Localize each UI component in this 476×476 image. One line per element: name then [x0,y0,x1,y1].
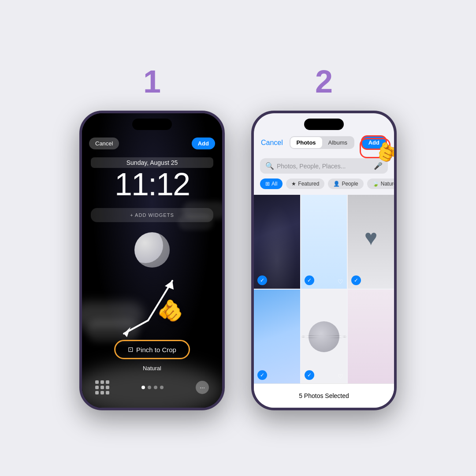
selected-badge-5: ✓ [305,370,314,380]
photo-cell-2[interactable]: ✓ ♡ [301,195,347,289]
dynamic-island-1 [132,119,172,130]
photo-cell-3[interactable]: ♥ ✓ [348,195,394,289]
dynamic-island-2 [304,119,344,130]
cancel-button-1[interactable]: Cancel [89,138,119,149]
search-placeholder: Photos, People, Places... [277,163,346,170]
phone-1: Cancel Add Sunday, August 25 11:12 + ADD… [79,111,225,410]
cancel-button-2[interactable]: Cancel [261,139,283,147]
star-icon: ★ [291,181,296,187]
favorite-badge-5: ♡ [338,373,343,380]
selected-badge-3: ✓ [351,275,361,285]
natural-label: Natural [82,365,222,372]
hand-gesture-icon: 🫵 [157,298,183,323]
grid-icon-small: ⊞ [265,181,270,187]
selected-badge-2: ✓ [305,275,314,285]
selected-badge-1: ✓ [257,275,267,285]
step-2: 2 Cancel Photos Albums Add 🫵 🔍 Photos, P… [251,66,397,410]
selected-badge-4: ✓ [257,370,267,380]
photo-cell-1[interactable]: ✓ [254,195,300,289]
phone1-bottom-bar: ··· [82,380,222,394]
phone-2: Cancel Photos Albums Add 🫵 🔍 Photos, Peo… [251,111,397,410]
tab-photos[interactable]: Photos [290,137,322,148]
grid-icon[interactable] [95,380,109,394]
moon-area [82,232,222,268]
photo-cell-6[interactable] [348,290,394,383]
planet-ring [301,335,347,338]
page-dots [141,386,164,389]
step-1: 1 Cancel Add Sunday, August 25 11:12 [79,66,225,410]
photo-selection-count: 5 Photos Selected [254,383,394,408]
pinch-to-crop-button[interactable]: ⊡ Pinch to Crop [114,340,190,359]
photo-cell-5[interactable]: ♡ ✓ [301,290,347,383]
filter-people[interactable]: 👤 People [328,178,363,189]
more-button[interactable]: ··· [196,381,209,394]
search-icon: 🔍 [265,162,274,170]
filter-all[interactable]: ⊞ All [260,178,283,189]
search-bar[interactable]: 🔍 Photos, People, Places... 🎤 [260,158,388,174]
person-icon: 👤 [333,181,340,187]
lockscreen-time: 11:12 [82,166,222,202]
photo-cell-4[interactable]: ✓ [254,290,300,383]
svg-marker-1 [165,281,174,290]
leaf-icon: 🍃 [372,181,379,187]
tab-albums[interactable]: Albums [322,137,353,148]
filter-chips-row: ⊞ All ★ Featured 👤 People 🍃 Nature [260,178,397,189]
photo-grid: ✓ ✓ ♡ ♥ ✓ ✓ ♡ ✓ [254,195,394,383]
moon-icon [134,232,170,268]
filter-featured[interactable]: ★ Featured [286,178,324,189]
heart-icon: ♥ [364,225,378,250]
favorite-badge-2: ♡ [338,278,343,285]
add-button-1[interactable]: Add [192,138,215,149]
phone1-header: Cancel Add [82,138,222,149]
step-number-2: 2 [315,66,333,97]
add-widgets-button[interactable]: + ADD WIDGETS [91,208,213,222]
photos-albums-tabs: Photos Albums [290,136,354,149]
planet-icon [309,321,339,352]
filter-nature[interactable]: 🍃 Nature [367,178,397,189]
step-number-1: 1 [143,66,161,97]
